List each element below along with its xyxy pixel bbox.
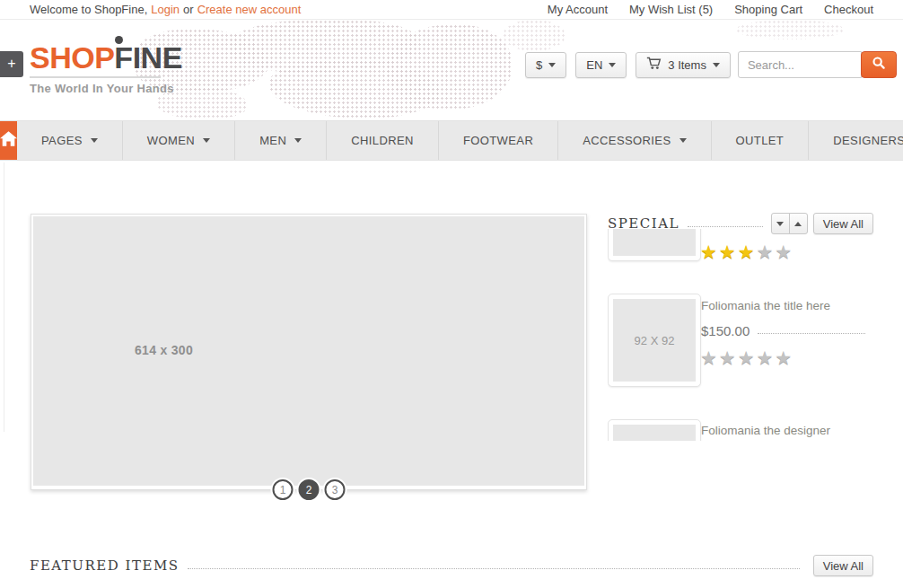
logo-dot-icon	[115, 36, 123, 44]
star-icon: ★	[719, 241, 738, 262]
magnifier-icon	[871, 55, 887, 75]
star-icon: ★	[756, 241, 775, 262]
nav-item-men[interactable]: MEN	[235, 121, 327, 160]
nav-item-label: PAGES	[41, 134, 83, 147]
cart-dropdown[interactable]: 3 Items	[636, 52, 731, 78]
nav-item-designers[interactable]: DESIGNERS	[809, 121, 903, 160]
caret-down-icon	[203, 138, 210, 143]
slider-page-1-button[interactable]: 1	[273, 479, 294, 500]
slider-page-3-button[interactable]: 3	[325, 479, 346, 500]
slider-page-2-button[interactable]: 2	[299, 479, 320, 500]
featured-title: FEATURED ITEMS	[30, 557, 180, 574]
slider-pagination: 1 2 3	[273, 479, 346, 500]
caret-down-icon	[548, 63, 556, 67]
star-icon: ★	[738, 241, 757, 262]
currency-dropdown[interactable]: $	[525, 52, 566, 78]
caret-down-icon	[609, 63, 616, 67]
wishlist-link[interactable]: My Wish List (5)	[629, 3, 713, 16]
star-icon: ★	[738, 347, 757, 368]
or-text: or	[183, 3, 194, 16]
world-map-background	[736, 20, 844, 39]
shopping-cart-link[interactable]: Shoping Cart	[734, 3, 802, 16]
search-button[interactable]	[861, 51, 897, 78]
star-icon: ★	[756, 347, 775, 368]
nav-item-pages[interactable]: PAGES	[17, 121, 123, 160]
star-icon: ★	[700, 241, 719, 262]
product-image-frame[interactable]	[608, 229, 701, 261]
caret-down-icon	[91, 138, 98, 143]
nav-item-label: CHILDREN	[351, 134, 414, 147]
nav-item-accessories[interactable]: ACCESSORIES	[558, 121, 711, 160]
featured-view-all-button[interactable]: View All	[813, 555, 873, 576]
cart-count-label: 3 Items	[668, 58, 706, 72]
logo-part-shop: SHOP	[30, 40, 114, 75]
caret-down-icon	[679, 138, 687, 143]
nav-item-women[interactable]: WOMEN	[123, 121, 235, 160]
search-box	[738, 51, 897, 78]
checkout-link[interactable]: Checkout	[824, 3, 873, 16]
caret-up-icon	[794, 222, 802, 226]
logo-text: SHOPFINE	[30, 41, 182, 74]
featured-section-header: FEATURED ITEMS View All	[30, 554, 873, 577]
dotted-leader	[188, 568, 800, 569]
side-panel-toggle-button[interactable]: +	[0, 51, 23, 77]
nav-item-footwear[interactable]: FOOTWEAR	[439, 121, 558, 160]
home-icon	[0, 131, 17, 150]
slider-placeholder-label: 614 x 300	[135, 343, 193, 357]
search-input[interactable]	[738, 51, 862, 78]
topbar: Welcome to ShopFine, Login or Create new…	[0, 0, 903, 20]
star-icon: ★	[700, 347, 719, 368]
dotted-leader	[688, 226, 763, 227]
product-image-placeholder: 92 X 92	[613, 425, 696, 441]
login-link[interactable]: Login	[151, 3, 180, 16]
nav-item-label: DESIGNERS	[833, 134, 903, 147]
caret-down-icon	[294, 138, 302, 143]
world-map-background	[386, 24, 512, 110]
create-account-link[interactable]: Create new account	[197, 3, 302, 16]
star-icon: ★	[775, 241, 793, 262]
my-account-link[interactable]: My Account	[548, 3, 608, 16]
nav-item-label: OUTLET	[736, 134, 785, 147]
rating-stars: ★★★★★	[700, 241, 793, 263]
account-links: My Account My Wish List (5) Shoping Cart…	[548, 3, 873, 16]
logo-divider	[30, 76, 161, 78]
product-image-frame[interactable]: 92 X 92	[608, 294, 701, 387]
caret-down-icon	[776, 222, 784, 226]
dotted-leader	[758, 333, 865, 334]
main-navigation: PAGES WOMEN MEN CHILDREN FOOTWEAR ACCESS…	[0, 120, 903, 161]
product-title[interactable]: Foliomania the title here	[701, 299, 830, 312]
language-dropdown[interactable]: EN	[575, 52, 627, 78]
header-controls: $ EN 3 Items	[525, 51, 897, 78]
star-icon: ★	[719, 347, 738, 368]
language-label: EN	[586, 58, 602, 72]
nav-item-label: WOMEN	[147, 134, 195, 147]
logo-part-fine: FINE	[114, 40, 181, 75]
page-edge-line	[4, 162, 4, 432]
rating-stars: ★★★★★	[700, 347, 793, 369]
logo[interactable]: SHOPFINE The World In Your Hands	[30, 41, 182, 95]
slider-placeholder-image: 614 x 300	[33, 216, 584, 486]
world-map-background	[503, 20, 565, 51]
nav-item-label: FOOTWEAR	[463, 134, 533, 147]
special-product-item[interactable]: 92 X 92 Foliomania the title here $150.0…	[608, 294, 873, 419]
product-image-placeholder	[613, 229, 696, 256]
nav-item-label: MEN	[259, 134, 286, 147]
main-slider[interactable]: 614 x 300 1 2 3	[31, 214, 587, 490]
currency-label: $	[536, 58, 542, 72]
nav-item-outlet[interactable]: OUTLET	[712, 121, 810, 160]
plus-icon: +	[7, 56, 15, 71]
product-title[interactable]: Foliomania the designer	[701, 424, 830, 437]
product-image-placeholder: 92 X 92	[613, 299, 696, 382]
nav-home-button[interactable]	[0, 121, 17, 160]
special-carousel: ★★★★★ 92 X 92 Foliomania the title here …	[608, 229, 873, 441]
shopping-cart-icon	[646, 57, 662, 73]
view-all-label: View All	[823, 559, 864, 573]
special-product-item[interactable]: 92 X 92 Foliomania the designer	[608, 419, 873, 441]
nav-item-label: ACCESSORIES	[583, 134, 671, 147]
product-price-row: $150.00	[701, 323, 873, 338]
header: + SHOPFINE The World In Your Hands $ EN …	[0, 20, 903, 120]
nav-item-children[interactable]: CHILDREN	[327, 121, 439, 160]
product-image-frame[interactable]: 92 X 92	[608, 419, 701, 441]
product-price: $150.00	[701, 323, 750, 338]
caret-down-icon	[713, 63, 720, 67]
